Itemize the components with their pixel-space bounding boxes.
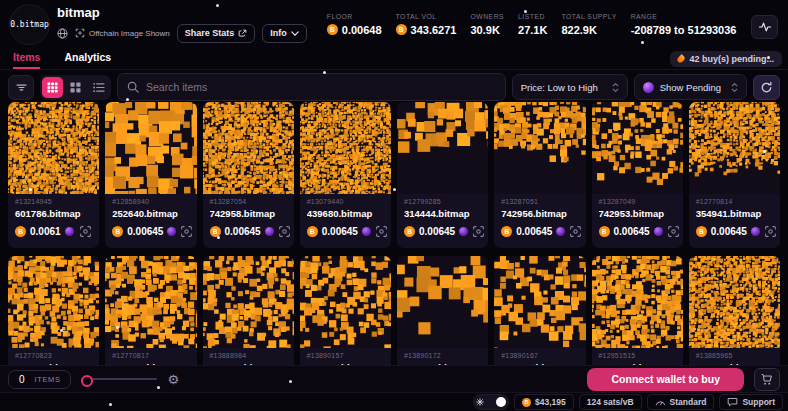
fee-rate-indicator[interactable]: 124 sats/vB [579,394,642,410]
tab-items[interactable]: Items [13,47,40,69]
bitmap-thumbnail[interactable] [8,256,99,348]
collection-header: 0.bitmap bitmap Offchain Image Shown Sha… [0,0,788,48]
external-link-icon [238,29,247,38]
select-arrows-icon [612,82,619,93]
sat-indicator-icon [654,227,663,236]
item-card[interactable]: #13214945601786.bitmapB0.0061 [8,102,99,248]
inscription-number: #13890157 [307,352,384,359]
item-price: 0.00645 [225,226,261,237]
item-card[interactable]: #12799285314444.bitmapB0.00645 [397,102,488,248]
collection-avatar[interactable]: 0.bitmap [10,5,49,44]
bitmap-thumbnail[interactable] [203,256,294,348]
item-card[interactable]: #13287054742958.bitmapB0.00645 [203,102,294,248]
share-stats-button[interactable]: Share Stats [177,24,256,43]
sat-indicator-icon [265,227,274,236]
selected-items-box: 0 ITEMS [8,370,71,389]
support-button[interactable]: Support [719,394,783,410]
item-card[interactable]: #12770814354941.bitmapB0.00645 [689,102,780,248]
scan-icon[interactable] [764,225,777,238]
item-card[interactable]: #13287051742956.bitmapB0.00645 [494,102,585,248]
sort-select[interactable]: Price: Low to High [512,74,628,100]
view-list-button[interactable] [88,77,109,98]
cart-button[interactable] [754,368,780,391]
pending-icon [643,82,654,93]
price-row: B0.00645 [112,225,189,238]
filter-button[interactable] [8,75,34,100]
scan-icon[interactable] [79,225,92,238]
btc-icon: B [396,24,407,35]
btc-icon: B [307,226,318,237]
bitmap-thumbnail[interactable] [592,256,683,348]
btc-icon: B [15,226,26,237]
item-price: 0.0061 [30,226,61,237]
bitmap-thumbnail[interactable] [300,102,391,194]
item-card[interactable]: #13079440439680.bitmapB0.00645 [300,102,391,248]
price-row: B0.00645 [307,225,384,238]
btc-icon: B [501,226,512,237]
inscription-number: #13885965 [696,352,773,359]
price-row: B0.0061 [15,225,92,238]
scan-icon[interactable] [180,225,193,238]
bitmap-thumbnail[interactable] [397,102,488,194]
inscription-number: #12770814 [696,198,773,205]
offchain-image-icon [75,28,85,38]
settings-gear-icon[interactable]: ⚙ [167,373,179,386]
scan-icon[interactable] [472,225,485,238]
info-button[interactable]: Info [262,24,307,43]
stat-floor: FLOOR B0.00648 [327,13,382,36]
slider-handle[interactable] [81,375,93,387]
bitmap-thumbnail[interactable] [105,102,196,194]
app-root: 0.bitmap bitmap Offchain Image Shown Sha… [0,0,788,411]
scan-icon[interactable] [667,225,680,238]
bitmap-thumbnail[interactable] [689,102,780,194]
bitmap-thumbnail[interactable] [203,102,294,194]
scan-icon[interactable] [278,225,291,238]
pending-filter-select[interactable]: Show Pending [634,74,747,100]
bitmap-thumbnail[interactable] [592,102,683,194]
price-row: B0.00645 [501,225,578,238]
view-dense-grid-button[interactable] [42,77,63,98]
refresh-button[interactable] [753,75,780,100]
price-row: B0.00645 [404,225,481,238]
connect-wallet-button[interactable]: Connect wallet to buy [587,368,744,391]
item-card[interactable]: #12858940252640.bitmapB0.00645 [105,102,196,248]
item-card[interactable]: #13287049742953.bitmapB0.00645 [592,102,683,248]
item-price: 0.00645 [711,226,747,237]
view-grid-button[interactable] [65,77,86,98]
pending-buys-badge[interactable]: 42 buy(s) pending... [670,51,782,67]
bitmap-thumbnail[interactable] [494,256,585,348]
item-price: 0.00645 [419,226,455,237]
selected-items-label: ITEMS [35,375,61,384]
grid-icon [70,82,81,93]
inscription-number: #13214945 [15,198,92,205]
btc-price-indicator[interactable]: B $43,195 [514,394,574,410]
collection-title: bitmap [57,6,307,20]
scan-icon[interactable] [375,225,388,238]
gauge-icon [655,398,666,406]
theme-toggle[interactable] [473,394,509,410]
items-slider[interactable] [81,373,157,385]
globe-icon[interactable] [57,28,68,39]
activity-button[interactable] [751,15,778,39]
inscription-number: #13888984 [210,352,287,359]
scan-icon[interactable] [569,225,582,238]
item-name: 742958.bitmap [210,208,287,219]
search-input[interactable] [146,81,496,93]
bitmap-thumbnail[interactable] [397,256,488,348]
btc-icon: B [404,226,415,237]
stat-total-supply: TOTAL SUPPLY 822.9K [561,13,616,36]
search-box[interactable] [117,73,506,101]
bitmap-thumbnail[interactable] [105,256,196,348]
chevron-down-icon [291,31,299,36]
item-name: 354941.bitmap [696,208,773,219]
bitmap-thumbnail[interactable] [689,256,780,348]
inscription-number: #13890172 [404,352,481,359]
item-name: 742953.bitmap [599,208,676,219]
tab-analytics[interactable]: Analytics [64,47,111,69]
bitmap-thumbnail[interactable] [494,102,585,194]
bitmap-thumbnail[interactable] [300,256,391,348]
bitmap-thumbnail[interactable] [8,102,99,194]
sat-indicator-icon [459,227,468,236]
fee-speed-indicator[interactable]: Standard [647,394,715,410]
toggle-knob [496,397,506,407]
